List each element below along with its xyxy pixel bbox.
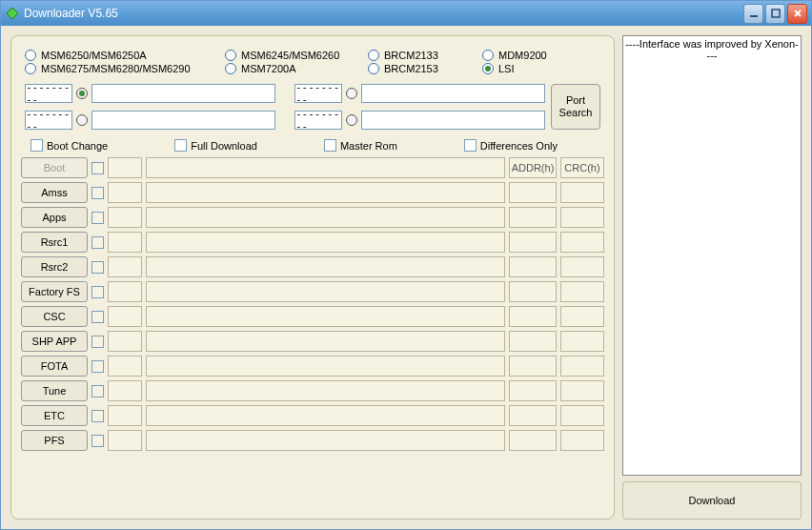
row-crc-field[interactable] [560,256,604,277]
row-crc-field[interactable]: CRC(h) [560,157,604,178]
row-checkbox[interactable] [91,261,104,274]
row-path-field[interactable] [146,306,505,327]
row-crc-field[interactable] [560,430,604,451]
row-crc-field[interactable] [560,331,604,352]
port-field-1[interactable] [91,84,275,103]
row-addr-field[interactable]: ADDR(h) [509,157,557,178]
row-button-rsrc2[interactable]: Rsrc2 [21,256,88,277]
radio-brcm2153[interactable] [368,63,379,74]
row-index-field[interactable] [108,281,142,302]
row-checkbox[interactable] [91,410,104,422]
row-index-field[interactable] [108,157,142,178]
minimize-button[interactable] [743,4,763,24]
row-checkbox[interactable] [91,212,104,224]
row-path-field[interactable] [146,256,505,277]
row-checkbox[interactable] [91,385,104,398]
row-addr-field[interactable] [509,182,557,203]
row-addr-field[interactable] [509,380,557,401]
port-radio-1[interactable] [76,88,88,99]
row-path-field[interactable] [146,380,505,401]
port-field-4[interactable] [361,111,545,130]
row-checkbox[interactable] [91,162,104,174]
row-button-shp-app[interactable]: SHP APP [21,331,88,352]
port-combo-2[interactable]: --------- [25,111,72,130]
row-crc-field[interactable] [560,182,604,203]
maximize-button[interactable] [765,4,785,24]
radio-msm6250[interactable] [25,50,36,61]
row-crc-field[interactable] [560,232,604,253]
radio-brcm2133[interactable] [368,50,379,61]
port-combo-1[interactable]: --------- [25,84,72,103]
row-checkbox[interactable] [91,360,104,373]
row-button-apps[interactable]: Apps [21,207,88,228]
row-index-field[interactable] [108,331,142,352]
row-checkbox[interactable] [91,187,104,199]
row-path-field[interactable] [146,430,505,451]
row-button-pfs[interactable]: PFS [21,430,88,451]
row-path-field[interactable] [146,157,505,178]
row-addr-field[interactable] [509,430,557,451]
radio-msm7200a[interactable] [225,63,236,74]
port-radio-4[interactable] [346,114,357,126]
row-path-field[interactable] [146,232,505,253]
row-index-field[interactable] [108,380,142,401]
row-index-field[interactable] [108,232,142,253]
row-checkbox[interactable] [91,336,104,348]
download-button[interactable]: Download [622,481,802,520]
port-search-button[interactable]: Port Search [551,84,600,130]
row-button-amss[interactable]: Amss [21,182,88,203]
row-addr-field[interactable] [509,256,557,277]
row-checkbox[interactable] [91,286,104,298]
row-path-field[interactable] [146,281,505,302]
row-crc-field[interactable] [560,207,604,228]
row-path-field[interactable] [146,405,505,426]
row-button-rsrc1[interactable]: Rsrc1 [21,232,88,253]
row-crc-field[interactable] [560,405,604,426]
row-button-factory-fs[interactable]: Factory FS [21,281,88,302]
row-addr-field[interactable] [509,232,557,253]
row-path-field[interactable] [146,182,505,203]
row-addr-field[interactable] [509,405,557,426]
row-index-field[interactable] [108,430,142,451]
check-boot-change[interactable] [30,139,43,152]
radio-mdm9200[interactable] [482,50,494,61]
row-addr-field[interactable] [509,331,557,352]
row-index-field[interactable] [108,356,142,377]
row-button-tune[interactable]: Tune [21,380,88,401]
row-addr-field[interactable] [509,356,557,377]
row-crc-field[interactable] [560,356,604,377]
row-path-field[interactable] [146,356,505,377]
port-field-2[interactable] [91,111,275,130]
row-crc-field[interactable] [560,281,604,302]
row-checkbox[interactable] [91,236,104,249]
radio-lsi[interactable] [482,63,494,74]
row-path-field[interactable] [146,331,505,352]
row-crc-field[interactable] [560,306,604,327]
port-field-3[interactable] [361,84,545,103]
radio-msm6245[interactable] [225,50,236,61]
port-combo-3[interactable]: --------- [294,84,342,103]
row-button-csc[interactable]: CSC [21,306,88,327]
port-combo-4[interactable]: --------- [294,111,342,130]
row-addr-field[interactable] [509,281,557,302]
port-radio-3[interactable] [346,88,357,99]
check-full-download[interactable] [174,139,187,152]
row-index-field[interactable] [108,207,142,228]
close-button[interactable] [787,4,807,24]
row-button-fota[interactable]: FOTA [21,356,88,377]
row-path-field[interactable] [146,207,505,228]
row-index-field[interactable] [108,256,142,277]
port-radio-2[interactable] [76,114,88,126]
radio-msm6275[interactable] [25,63,36,74]
row-checkbox[interactable] [91,311,104,323]
row-crc-field[interactable] [560,380,604,401]
row-addr-field[interactable] [509,306,557,327]
row-button-etc[interactable]: ETC [21,405,88,426]
row-addr-field[interactable] [509,207,557,228]
check-master-rom[interactable] [324,139,336,152]
row-index-field[interactable] [108,182,142,203]
row-index-field[interactable] [108,306,142,327]
row-checkbox[interactable] [91,435,104,447]
row-index-field[interactable] [108,405,142,426]
check-differences-only[interactable] [464,139,477,152]
